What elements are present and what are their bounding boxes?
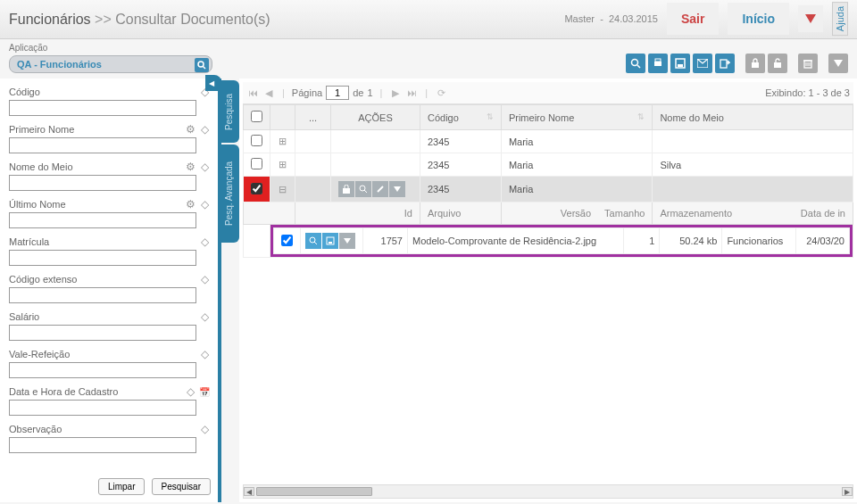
first-page-icon[interactable]: ⏮ xyxy=(246,87,259,99)
breadcrumb-main: Funcionários xyxy=(9,12,91,27)
main-table: ... AÇÕES Código⇅ Primeiro Nome⇅ Nome do… xyxy=(243,104,853,258)
scroll-thumb[interactable] xyxy=(256,487,372,496)
tab-pesquisa[interactable]: Pesquisa xyxy=(221,80,239,143)
gear-icon[interactable]: ⚙ xyxy=(184,198,196,211)
diamond-icon[interactable]: ◇ xyxy=(198,273,211,285)
header-dropdown-button[interactable] xyxy=(798,5,823,32)
last-page-icon[interactable]: ⏭ xyxy=(405,87,418,99)
sub-versao-tamanho-header: Versão Tamanho xyxy=(501,202,652,225)
prev-page-icon[interactable]: ◀ xyxy=(262,87,275,99)
dropdown-button[interactable] xyxy=(828,54,848,73)
logout-button[interactable]: Sair xyxy=(667,3,719,35)
diamond-icon[interactable]: ◇ xyxy=(198,123,211,136)
sub-tamanho-cell: 50.24 kb xyxy=(660,228,722,254)
export-button[interactable] xyxy=(715,54,735,73)
gear-icon[interactable]: ⚙ xyxy=(184,161,196,173)
vertical-tabs: Pesquisa Pesq. Avançada xyxy=(221,78,239,502)
field-input[interactable] xyxy=(9,325,196,341)
table-row[interactable]: ⊟2345Maria xyxy=(244,177,853,202)
pager: ⏮ ◀ | Página de 1 | ▶ ⏭ | ⟳ Exibindo: 1 … xyxy=(243,82,853,104)
download-icon[interactable] xyxy=(322,233,338,249)
lock-button[interactable] xyxy=(745,54,765,73)
scroll-right-icon[interactable]: ▶ xyxy=(842,487,853,496)
refresh-icon[interactable]: ⟳ xyxy=(435,87,447,99)
meio-header[interactable]: Nome do Meio xyxy=(653,105,853,130)
save-button[interactable] xyxy=(670,54,690,73)
table-row[interactable]: ⊞2345Maria xyxy=(244,130,853,153)
unlock-button[interactable] xyxy=(768,54,787,73)
showing-label: Exibindo: 1 - 3 de 3 xyxy=(765,87,850,98)
horizontal-scrollbar[interactable]: ◀ ▶ xyxy=(243,484,853,499)
diamond-icon[interactable]: ◇ xyxy=(198,161,211,173)
form-row: Salário◇ xyxy=(9,310,216,341)
field-input[interactable] xyxy=(9,250,196,266)
page-input[interactable] xyxy=(326,86,349,100)
total-pages: 1 xyxy=(367,87,372,98)
sub-row[interactable]: 1757Modelo-Comprovante de Residência-2.j… xyxy=(244,225,853,258)
delete-button[interactable] xyxy=(798,54,818,73)
next-page-icon[interactable]: ▶ xyxy=(389,87,402,99)
field-input[interactable] xyxy=(9,175,196,191)
view-icon[interactable] xyxy=(305,233,321,249)
dropdown-icon[interactable] xyxy=(389,181,405,197)
row-checkbox[interactable] xyxy=(251,183,262,194)
field-label: Salário xyxy=(9,311,39,322)
field-input[interactable] xyxy=(9,137,196,153)
field-input[interactable] xyxy=(9,287,196,303)
calendar-icon[interactable]: 📅 xyxy=(198,385,211,398)
form-row: Data e Hora de Cadastro◇📅 xyxy=(9,385,216,416)
sub-versao-cell: 1 xyxy=(624,228,660,254)
app-selector[interactable]: QA - Funcionários xyxy=(9,55,212,73)
diamond-icon[interactable]: ◇ xyxy=(198,198,211,211)
diamond-icon[interactable]: ◇ xyxy=(198,348,211,360)
form-row: Observação◇ xyxy=(9,423,216,453)
field-input[interactable] xyxy=(9,100,196,116)
field-input[interactable] xyxy=(9,437,196,453)
svg-line-21 xyxy=(364,190,367,193)
expand-icon[interactable]: ⊞ xyxy=(270,153,295,177)
sub-armaz-cell: Funcionarios xyxy=(722,228,796,254)
scroll-left-icon[interactable]: ◀ xyxy=(244,487,254,496)
gear-icon[interactable]: ⚙ xyxy=(184,123,196,136)
lock-icon[interactable] xyxy=(338,181,354,197)
diamond-icon[interactable]: ◇ xyxy=(184,385,196,398)
field-label: Nome do Meio xyxy=(9,161,73,172)
diamond-icon[interactable]: ◇ xyxy=(198,310,211,323)
field-label: Matrícula xyxy=(9,236,49,247)
toolbar xyxy=(626,54,848,73)
edit-icon[interactable] xyxy=(372,181,388,197)
sub-row-checkbox[interactable] xyxy=(281,235,293,246)
search-submit-button[interactable]: Pesquisar xyxy=(152,478,211,495)
tab-pesquisa-avancada[interactable]: Pesq. Avançada xyxy=(221,145,239,243)
acoes-header[interactable]: AÇÕES xyxy=(331,105,420,130)
search-icon[interactable] xyxy=(195,58,209,72)
row-checkbox[interactable] xyxy=(251,158,262,169)
svg-rect-8 xyxy=(678,64,683,67)
field-input[interactable] xyxy=(9,212,196,228)
codigo-header[interactable]: Código⇅ xyxy=(420,105,502,130)
field-label: Data e Hora de Cadastro xyxy=(9,386,118,397)
field-input[interactable] xyxy=(9,362,196,378)
primeiro-header[interactable]: Primeiro Nome⇅ xyxy=(501,105,652,130)
search-button[interactable] xyxy=(626,54,645,73)
print-button[interactable] xyxy=(648,54,668,73)
clear-button[interactable]: Limpar xyxy=(98,478,146,495)
select-all-checkbox[interactable] xyxy=(251,111,262,122)
help-tab[interactable]: Ajuda xyxy=(832,2,848,36)
diamond-icon[interactable]: ◇ xyxy=(198,423,211,435)
collapse-icon[interactable]: ⊟ xyxy=(270,177,295,202)
row-checkbox[interactable] xyxy=(251,135,262,146)
mail-button[interactable] xyxy=(693,54,712,73)
field-input[interactable] xyxy=(9,400,196,416)
breadcrumb-sub: Consultar Documento(s) xyxy=(115,12,270,27)
diamond-icon[interactable]: ◇ xyxy=(198,235,211,248)
dropdown-icon[interactable] xyxy=(339,233,355,249)
table-row[interactable]: ⊞2345MariaSilva xyxy=(244,153,853,177)
home-button[interactable]: Início xyxy=(728,3,789,35)
search-icon[interactable] xyxy=(355,181,371,197)
codigo-cell: 2345 xyxy=(420,153,502,177)
form-row: Código extenso◇ xyxy=(9,273,216,303)
expand-icon[interactable]: ⊞ xyxy=(270,130,295,153)
form-row: Código◇ xyxy=(9,86,216,116)
sidebar-collapse-icon[interactable] xyxy=(205,75,221,91)
